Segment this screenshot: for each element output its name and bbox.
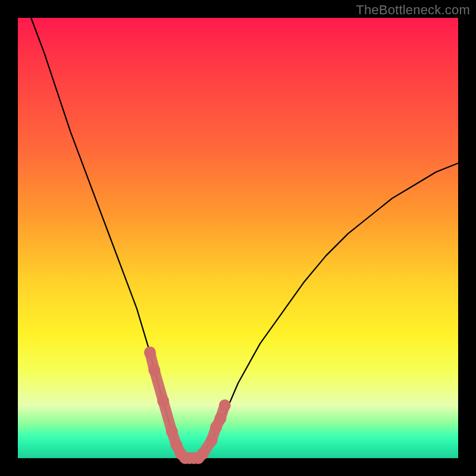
marker-dot bbox=[197, 448, 209, 460]
marker-dot bbox=[206, 434, 218, 446]
marker-dot bbox=[157, 395, 169, 407]
marker-dot bbox=[144, 346, 156, 358]
marker-dot bbox=[166, 426, 178, 438]
marker-dot bbox=[219, 399, 231, 411]
bottleneck-curve-path bbox=[31, 18, 458, 458]
marker-dot bbox=[214, 412, 226, 424]
watermark-text: TheBottleneck.com bbox=[356, 2, 470, 18]
plot-area bbox=[18, 18, 458, 458]
marker-group bbox=[144, 346, 231, 464]
bottleneck-curve bbox=[31, 18, 458, 458]
chart-frame: TheBottleneck.com bbox=[0, 0, 476, 476]
curve-layer bbox=[18, 18, 458, 458]
marker-dot bbox=[148, 364, 160, 376]
